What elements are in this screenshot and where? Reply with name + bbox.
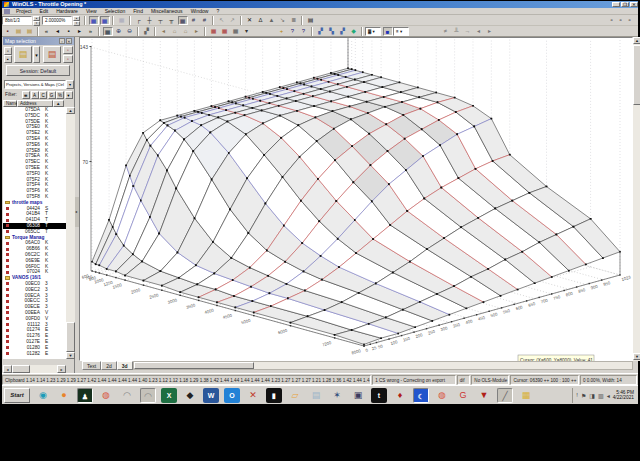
filter-button-0[interactable]: ≣ — [22, 91, 30, 99]
new-doc-button[interactable]: ▫ — [4, 47, 12, 55]
zoom-in-button[interactable]: ⊕ — [114, 27, 124, 36]
tray-icon-4[interactable]: ◂ — [607, 392, 610, 399]
taskbar-chrome[interactable]: ◍ — [98, 388, 114, 403]
start-button[interactable]: Start — [4, 388, 30, 403]
plot-vscrollbar[interactable]: ▲ ▼ — [633, 37, 640, 361]
filter-button-4[interactable]: % — [56, 91, 64, 99]
hscroll-thumb[interactable] — [12, 365, 30, 373]
pattern-button[interactable]: ▞ — [142, 27, 152, 36]
panel-pin-button[interactable]: ▫ — [59, 38, 65, 44]
prev-button[interactable]: ◂ — [53, 27, 63, 36]
forward-button[interactable]: ▸ — [192, 27, 202, 36]
plot-scroll-down[interactable]: ▼ — [633, 353, 640, 360]
menu-view[interactable]: View — [82, 8, 101, 14]
tab-text[interactable]: Text — [82, 361, 101, 370]
plot-hscrollbar[interactable] — [133, 361, 633, 370]
border-corner-button[interactable]: ┌ — [134, 16, 144, 25]
scroll-left-arrow[interactable]: ◂ — [3, 365, 12, 373]
taskbar-app-orb[interactable]: ◉ — [35, 388, 51, 403]
taskbar-photos[interactable]: ▣ — [350, 388, 366, 403]
plot-scroll-up[interactable]: ▲ — [633, 37, 640, 44]
session-button[interactable]: Session: Default — [6, 65, 70, 76]
map-red-button[interactable]: ▦ — [209, 27, 219, 36]
chart2-button[interactable]: ▚ — [327, 27, 337, 36]
border-top-button[interactable]: ┬ — [156, 16, 166, 25]
back-button[interactable]: ◂ — [159, 27, 169, 36]
taskbar-audio-swoosh[interactable]: ◠ — [119, 388, 135, 403]
move-tool-button[interactable]: + — [277, 27, 287, 36]
home-button[interactable]: ⌂ — [170, 27, 180, 36]
grid-blue-toggle[interactable]: ▦ — [89, 16, 99, 25]
zoom-combo[interactable]: 2.00000% — [42, 16, 72, 25]
filter-button-5[interactable]: ▾ — [65, 91, 73, 99]
open-folder-button[interactable]: ▤ — [14, 46, 32, 63]
taskbar-audio-swoosh-2[interactable]: ◠ — [140, 388, 156, 403]
tray-icon-0[interactable]: ! — [576, 392, 578, 398]
taskbar-notepad[interactable]: ▤ — [308, 388, 324, 403]
triangle-button[interactable]: ▲ — [267, 16, 277, 25]
menu-miscellaneous[interactable]: Miscellaneous — [147, 8, 187, 14]
filter-button-3[interactable]: G — [48, 91, 56, 99]
x-button[interactable]: ✕ — [245, 16, 255, 25]
border-double-button[interactable]: ╥ — [167, 16, 177, 25]
undo-button[interactable]: ↖ — [217, 16, 227, 25]
grid-blue-toggle-2[interactable]: ▦ — [100, 16, 110, 25]
taskbar-excel[interactable]: X — [161, 388, 177, 403]
open-dropdown[interactable]: ▾ — [33, 46, 40, 63]
minimize-button[interactable]: _ — [612, 2, 620, 7]
taskbar-chrome-circle[interactable]: ◍ — [434, 388, 450, 403]
hash-button[interactable]: # — [189, 16, 199, 25]
taskbar-word[interactable]: W — [203, 388, 219, 403]
menu-selection[interactable]: Selection — [101, 8, 130, 14]
scroll-up-arrow[interactable]: ▲ — [66, 107, 75, 114]
menu-project[interactable]: Project — [12, 8, 36, 14]
taskbar-app-tb[interactable]: t — [371, 388, 387, 403]
map-red2-button[interactable]: ▦ — [220, 27, 230, 36]
open-project-button[interactable]: ▤ — [14, 27, 24, 36]
tray-icon-2[interactable]: ◨ — [589, 392, 595, 399]
axis-button[interactable]: ╨ — [452, 27, 462, 36]
taskbar-app-wedge[interactable]: ◆ — [182, 388, 198, 403]
plot-hscroll-thumb[interactable] — [134, 362, 254, 369]
taskbar-app-red-x[interactable]: ✕ — [245, 388, 261, 403]
format-spinner[interactable]: ▴▾ — [33, 16, 40, 25]
plot-scroll-thumb[interactable] — [633, 45, 640, 105]
scroll-thumb[interactable] — [66, 322, 75, 352]
delta-button[interactable]: Δ — [256, 16, 266, 25]
tray-icon-3[interactable]: ▥ — [598, 392, 604, 399]
grid-mode-button[interactable]: ▦ — [103, 27, 113, 36]
arrow-se-button[interactable]: ↘ — [278, 16, 288, 25]
tab-3d[interactable]: 3d — [117, 361, 133, 370]
context-help-button[interactable]: ? — [299, 27, 309, 36]
surface-chart[interactable]: 1437060070080010001250150020002500300035… — [79, 37, 633, 361]
menu-edit[interactable]: Edit — [36, 8, 53, 14]
taskbar-console[interactable]: ▮ — [266, 388, 282, 403]
scroll-right-button[interactable]: ▸ — [485, 27, 495, 36]
taskbar-app-orange[interactable]: ● — [56, 388, 72, 403]
filter-button-2[interactable]: C — [39, 91, 47, 99]
scroll-down-arrow[interactable]: ▼ — [66, 352, 75, 359]
last-button[interactable]: » — [86, 27, 96, 36]
list-button[interactable]: ≣ — [289, 16, 299, 25]
doc-export-button[interactable]: ▫ — [63, 46, 73, 54]
open-version-button[interactable]: ▤ — [25, 27, 35, 36]
record-button[interactable]: ▪ — [3, 27, 13, 36]
doc-delete-button[interactable]: ▫ — [63, 55, 73, 63]
menu-q[interactable]: ? — [212, 8, 223, 14]
taskbar-browser-blue[interactable]: ☾ — [413, 388, 429, 403]
toolbar-mini-button-1[interactable]: ▫ — [617, 16, 625, 25]
help-button[interactable]: ? — [288, 27, 298, 36]
panel-close-button[interactable]: ✕ — [66, 38, 72, 44]
map-dropdown[interactable]: ▾ — [242, 27, 252, 36]
hash2-button[interactable]: # — [200, 16, 210, 25]
tray-icon-1[interactable]: ⚑ — [581, 392, 586, 399]
toolbar-mini-button-0[interactable]: ▫ — [608, 16, 616, 25]
taskbar-app-flame[interactable]: ♦ — [392, 388, 408, 403]
view-mode-combo[interactable]: ▓ ▾ — [365, 27, 381, 36]
blue-square-button[interactable]: ■ — [383, 27, 393, 36]
chart-button[interactable]: ▞ — [316, 27, 326, 36]
import-folder-button[interactable]: ▤ — [43, 46, 61, 63]
stop-button[interactable]: ▪ — [64, 27, 74, 36]
next-button[interactable]: ▸ — [75, 27, 85, 36]
list-hscrollbar[interactable]: ◂ ▸ — [3, 365, 66, 373]
